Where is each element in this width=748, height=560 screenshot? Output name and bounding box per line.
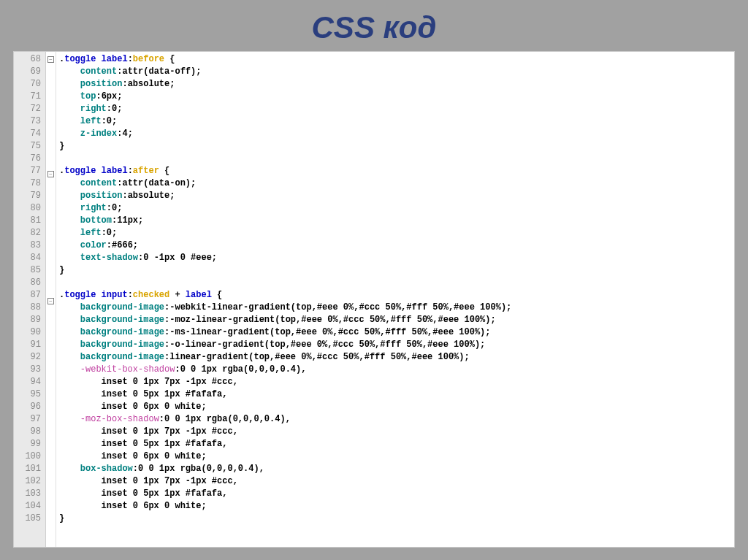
- code-line[interactable]: [59, 153, 734, 165]
- code-line[interactable]: background-image:-ms-linear-gradient(top…: [59, 326, 734, 339]
- line-number: 91: [14, 339, 41, 351]
- line-number: 86: [14, 277, 41, 289]
- code-line[interactable]: .toggle label:before {: [59, 53, 734, 66]
- code-line[interactable]: inset 0 5px 1px #fafafa,: [59, 438, 734, 450]
- fold-column: −−−: [46, 52, 56, 547]
- code-line[interactable]: bottom:11px;: [59, 215, 734, 227]
- line-number: 103: [14, 488, 41, 500]
- line-number: 96: [14, 401, 41, 413]
- line-number: 79: [14, 190, 41, 202]
- code-line[interactable]: }: [59, 140, 734, 153]
- code-line[interactable]: -webkit-box-shadow:0 0 1px rgba(0,0,0,0.…: [59, 364, 734, 376]
- line-number: 72: [14, 103, 41, 115]
- line-number: 87: [14, 289, 41, 302]
- line-number: 83: [14, 239, 41, 252]
- line-number: 84: [14, 252, 41, 264]
- code-line[interactable]: }: [59, 264, 734, 277]
- code-line[interactable]: text-shadow:0 -1px 0 #eee;: [59, 252, 734, 264]
- line-number: 105: [14, 513, 41, 525]
- line-number: 92: [14, 351, 41, 364]
- code-line[interactable]: inset 0 1px 7px -1px #ccc,: [59, 426, 734, 438]
- line-number: 76: [14, 153, 41, 165]
- code-line[interactable]: -moz-box-shadow:0 0 1px rgba(0,0,0,0.4),: [59, 413, 734, 426]
- line-number: 74: [14, 128, 41, 140]
- line-number: 85: [14, 264, 41, 277]
- code-line[interactable]: .toggle input:checked + label {: [59, 289, 734, 302]
- code-line[interactable]: z-index:4;: [59, 128, 734, 140]
- line-number: 90: [14, 326, 41, 339]
- line-number: 93: [14, 364, 41, 376]
- code-line[interactable]: top:6px;: [59, 91, 734, 103]
- slide-title: CSS код: [0, 0, 748, 51]
- code-line[interactable]: position:absolute;: [59, 78, 734, 91]
- code-line[interactable]: right:0;: [59, 103, 734, 115]
- line-number: 68: [14, 53, 41, 66]
- code-line[interactable]: inset 0 1px 7px -1px #ccc,: [59, 376, 734, 388]
- line-number: 99: [14, 438, 41, 450]
- code-line[interactable]: content:attr(data-off);: [59, 66, 734, 78]
- code-area[interactable]: .toggle label:before { content:attr(data…: [56, 52, 734, 547]
- fold-toggle-icon[interactable]: −: [47, 56, 54, 63]
- code-line[interactable]: inset 0 5px 1px #fafafa,: [59, 388, 734, 401]
- code-line[interactable]: content:attr(data-on);: [59, 177, 734, 190]
- code-line[interactable]: }: [59, 513, 734, 525]
- code-line[interactable]: right:0;: [59, 202, 734, 215]
- line-number: 69: [14, 66, 41, 78]
- code-line[interactable]: left:0;: [59, 115, 734, 128]
- line-number: 78: [14, 177, 41, 190]
- line-number: 82: [14, 227, 41, 239]
- code-line[interactable]: left:0;: [59, 227, 734, 239]
- line-number: 101: [14, 463, 41, 475]
- line-number: 71: [14, 91, 41, 103]
- code-line[interactable]: inset 0 1px 7px -1px #ccc,: [59, 475, 734, 488]
- line-number: 77: [14, 165, 41, 177]
- line-number: 88: [14, 302, 41, 314]
- line-number: 100: [14, 450, 41, 463]
- line-number: 70: [14, 78, 41, 91]
- fold-toggle-icon[interactable]: −: [47, 171, 54, 177]
- code-editor: 6869707172737475767778798081828384858687…: [13, 51, 735, 548]
- line-number: 95: [14, 388, 41, 401]
- code-line[interactable]: [59, 277, 734, 289]
- code-line[interactable]: .toggle label:after {: [59, 165, 734, 177]
- code-line[interactable]: inset 0 6px 0 white;: [59, 500, 734, 513]
- code-line[interactable]: background-image:-moz-linear-gradient(to…: [59, 314, 734, 326]
- line-number: 102: [14, 475, 41, 488]
- line-number: 80: [14, 202, 41, 215]
- code-line[interactable]: color:#666;: [59, 239, 734, 252]
- line-number: 89: [14, 314, 41, 326]
- line-number: 98: [14, 426, 41, 438]
- code-line[interactable]: background-image:-o-linear-gradient(top,…: [59, 339, 734, 351]
- line-number: 75: [14, 140, 41, 153]
- code-line[interactable]: inset 0 5px 1px #fafafa,: [59, 488, 734, 500]
- line-number: 104: [14, 500, 41, 513]
- code-line[interactable]: background-image:-webkit-linear-gradient…: [59, 302, 734, 314]
- code-line[interactable]: position:absolute;: [59, 190, 734, 202]
- fold-toggle-icon[interactable]: −: [47, 298, 54, 304]
- code-line[interactable]: box-shadow:0 0 1px rgba(0,0,0,0.4),: [59, 463, 734, 475]
- line-number: 97: [14, 413, 41, 426]
- line-number: 81: [14, 215, 41, 227]
- code-line[interactable]: inset 0 6px 0 white;: [59, 450, 734, 463]
- code-line[interactable]: inset 0 6px 0 white;: [59, 401, 734, 413]
- line-number: 94: [14, 376, 41, 388]
- line-number: 73: [14, 115, 41, 128]
- line-number-gutter: 6869707172737475767778798081828384858687…: [14, 52, 46, 547]
- code-line[interactable]: background-image:linear-gradient(top,#ee…: [59, 351, 734, 364]
